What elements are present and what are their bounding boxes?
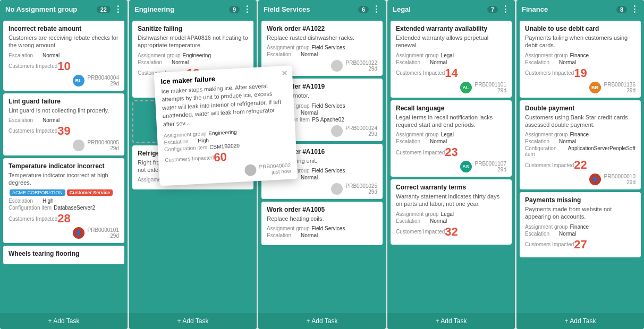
label-escalation: Escalation [396, 138, 428, 144]
card-title: Work order #A1005 [267, 206, 377, 213]
val-assignment: Legal [441, 132, 454, 137]
card-desc: Customers using Bank Star credit cards a… [525, 114, 635, 129]
label-escalation: Escalation [396, 59, 428, 65]
val-escalation: Normal [43, 53, 60, 58]
card-ticket-id: PRB004000429d [88, 75, 120, 86]
val-escalation: Normal [559, 231, 576, 237]
val-escalation: Normal [301, 175, 318, 180]
val-assignment: Finance [570, 132, 589, 137]
col-count-field-services: 6 [358, 6, 369, 13]
card-title: Sanitize failing [138, 25, 248, 32]
col-header-finance: Finance 8 ⋮ [516, 0, 644, 19]
card[interactable]: Temperature indicator incorrectTemperatu… [3, 158, 124, 244]
add-task-field-services[interactable]: + Add Task [258, 313, 386, 329]
val-assignment: Field Services [312, 45, 345, 50]
badge-customer-service: Customer Service [67, 189, 113, 196]
card[interactable]: Wheels tearing flooring [3, 246, 124, 264]
card-ticket-id: PRB000113629d [604, 82, 636, 93]
label-assignment: Assignment group [396, 53, 439, 58]
col-header-field-services: Field Services 6 ⋮ [258, 0, 386, 19]
cards-area-legal: Extended warranty availabilityExtended w… [387, 19, 515, 313]
val-escalation: Normal [430, 138, 447, 144]
card-ticket-id: PRB000001029d [604, 174, 636, 185]
label-assignment: Assignment group [396, 132, 439, 137]
card-desc: Legal terms in recall notification lacks… [396, 114, 506, 129]
label-assignment: Assignment group [267, 226, 310, 231]
label-assignment: Assignment group [525, 53, 568, 58]
col-menu-no-assignment[interactable]: ⋮ [114, 4, 122, 14]
card-ticket-id: PRB000102529d [346, 183, 378, 195]
card-title: Extended warranty availability [396, 25, 506, 32]
label-impacted: Customers Impacted [9, 216, 57, 222]
val-escalation: Normal [430, 59, 447, 65]
val-escalation: Normal [301, 110, 318, 116]
card[interactable]: Work order #A1005Replace heating coils.A… [261, 202, 383, 245]
card-ticket-id: PRB000110729d [475, 161, 507, 172]
add-task-engineering[interactable]: + Add Task [129, 313, 257, 329]
popup-config-label: Configuration item [164, 144, 208, 152]
col-menu-field-services[interactable]: ⋮ [372, 4, 380, 14]
num-impacted: 22 [574, 159, 587, 171]
card-desc: Payments made from website not appearing… [525, 205, 635, 221]
card[interactable]: Unable to use debit cardPayments failing… [520, 21, 641, 98]
card[interactable]: Extended warranty availabilityExtended w… [391, 21, 512, 98]
num-impacted: 23 [445, 146, 457, 158]
label-escalation: Escalation [525, 231, 557, 237]
val-assignment: Field Services [312, 226, 345, 231]
label-escalation: Escalation [267, 51, 299, 57]
popup-close-icon[interactable]: ✕ [282, 69, 289, 78]
val-assignment: Finance [570, 53, 589, 58]
card-avatar: 👤 [73, 227, 84, 239]
label-config: Configuration item [525, 145, 566, 157]
popup-impacted-num: 60 [214, 151, 227, 163]
num-impacted: 10 [57, 60, 70, 72]
card-title: Recall language [396, 105, 506, 112]
card-ticket-id: PRB000102429d [346, 125, 378, 137]
col-title-finance: Finance [522, 5, 613, 13]
num-impacted: 19 [574, 67, 587, 79]
popup-card[interactable]: ✕ Ice maker failure Ice maker stops maki… [154, 65, 298, 186]
add-task-no-assignment[interactable]: + Add Task [0, 313, 128, 329]
card-avatar-unassigned [73, 140, 84, 151]
card-title: Wheels tearing flooring [9, 250, 119, 257]
val-assignment: Legal [441, 53, 454, 58]
val-assignment: Engineering [183, 53, 211, 58]
popup-escalation-label: Escalation [164, 138, 196, 145]
label-impacted: Customers Impacted [525, 70, 574, 76]
label-escalation: Escalation [267, 232, 299, 238]
add-task-finance[interactable]: + Add Task [516, 313, 644, 329]
card-title: Double payment [525, 105, 635, 112]
cards-area-no-assignment: Incorrect rebate amountCustomers are rec… [0, 19, 128, 313]
num-impacted: 27 [574, 239, 587, 250]
popup-config-value: CSM1B2020 [209, 143, 240, 150]
val-assignment: Legal [441, 211, 454, 217]
cards-area-finance: Unable to use debit cardPayments failing… [516, 19, 644, 313]
label-escalation: Escalation [9, 53, 40, 58]
col-menu-legal[interactable]: ⋮ [501, 4, 510, 14]
val-escalation: Normal [172, 59, 189, 65]
popup-assignment-value: Engineering [208, 129, 237, 136]
card-title: Unable to use debit card [525, 25, 635, 32]
card[interactable]: Payments missingPayments made from websi… [520, 192, 641, 257]
val-config: DatabaseServer2 [54, 205, 95, 211]
card-title: Incorrect rebate amount [9, 25, 119, 32]
card[interactable]: Double paymentCustomers using Bank Star … [520, 100, 641, 190]
col-title-field-services: Field Services [264, 5, 355, 13]
col-menu-engineering[interactable]: ⋮ [243, 4, 251, 14]
card-title: Payments missing [525, 196, 635, 204]
card[interactable]: Correct warranty termsWarranty statement… [391, 179, 512, 245]
num-impacted: 39 [57, 125, 70, 137]
card[interactable]: Recall languageLegal terms in recall not… [391, 100, 512, 177]
card[interactable]: Incorrect rebate amountCustomers are rec… [3, 21, 124, 91]
label-escalation: Escalation [525, 138, 557, 144]
card-avatar: 👤 [589, 174, 601, 185]
col-menu-finance[interactable]: ⋮ [630, 4, 639, 14]
card[interactable]: Lint guard failureLint guard is not coll… [3, 93, 124, 155]
card-desc: Dishwasher model #PA0816 not heating to … [138, 34, 248, 49]
label-escalation: Escalation [9, 198, 40, 204]
add-task-legal[interactable]: + Add Task [387, 313, 515, 329]
num-impacted: 14 [445, 67, 457, 79]
col-title-engineering: Engineering [134, 5, 226, 13]
label-escalation: Escalation [9, 117, 40, 123]
label-impacted: Customers Impacted [525, 241, 574, 247]
